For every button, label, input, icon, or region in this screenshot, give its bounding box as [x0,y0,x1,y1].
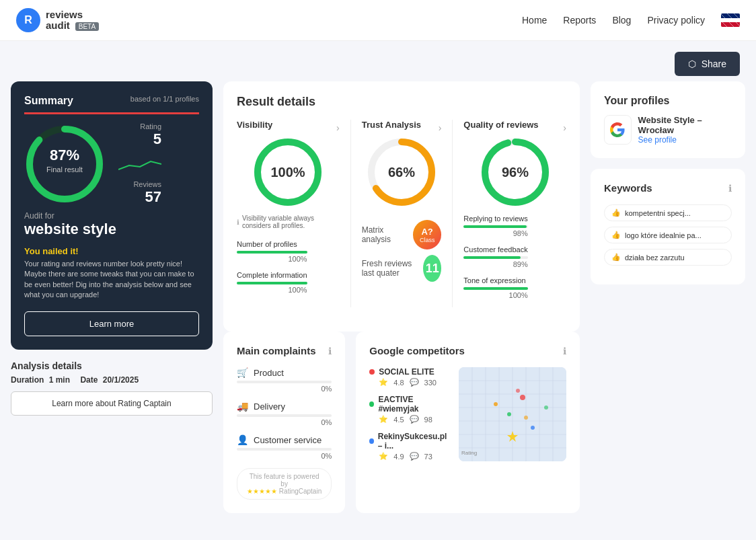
comment-icon-3: 💬 [410,452,419,461]
tone-pct: 100% [463,291,527,299]
matrix-class-label: Class [420,237,435,243]
matrix-class: A? [421,227,432,237]
competitors-info-icon[interactable]: ℹ [563,346,566,356]
share-label: Share [702,59,726,69]
keyword-1-text: kompetentni specj... [625,209,691,217]
analysis-meta: Duration 1 min Date 20/1/2025 [11,375,213,385]
matrix-badge: A? Class [413,220,441,249]
learn-more-button[interactable]: Learn more [24,311,199,336]
competitor-1-dot [369,369,375,375]
complaints-title-row: Main complaints ℹ [237,345,332,356]
rating-label: Rating [140,122,161,130]
profiles-card: Your profiles Website Style – Wrocław Se… [591,81,745,158]
comment-icon-1: 💬 [410,378,419,387]
trust-label: Trust Analysis [362,120,421,130]
competitor-1-reviews: 330 [424,379,437,387]
logo-text: reviews audit BETA [46,9,99,32]
main-layout: Summary based on 1/1 profiles 87% Final … [0,81,756,524]
keyword-1: 👍 kompetentni specj... [604,204,732,221]
profile-name: Website Style – Wrocław [638,115,732,135]
powered-by-box: This feature is powered by ★★★★★ RatingC… [237,468,332,500]
fresh-num-badge: 11 [423,255,441,282]
info-pct: 100% [237,286,307,294]
brand-name: reviews audit BETA [46,9,99,32]
nailed-text: Your rating and reviews number look pret… [24,259,199,301]
competitor-2-dot [369,401,374,407]
competitor-1: SOCIAL ELITE ⭐ 4.8 💬 330 [369,367,448,387]
duration-label: Duration [11,375,44,385]
trend-chart [118,156,161,172]
star-icon-2: ⭐ [379,415,388,424]
delivery-pct: 0% [237,418,332,426]
competitor-3: RekinySukcesu.pl – i... ⭐ 4.9 💬 73 [369,432,448,461]
profiles-scroll: Website Style – Wrocław See profile [604,115,732,145]
stars: ★★★★★ [247,488,277,495]
rating-box: Rating 5 [140,122,161,148]
reviews-text: reviews [46,9,83,20]
complaints-info-icon[interactable]: ℹ [328,346,332,356]
keywords-title: Keywords [604,182,652,194]
svg-text:Rating: Rating [461,450,477,456]
rating-value: 5 [140,130,161,148]
logo: R reviews audit BETA [16,8,99,32]
audit-name: website style [24,221,199,238]
profiles-label: Number of profiles [237,240,307,248]
keywords-title-row: Keywords ℹ [604,182,732,194]
language-flag[interactable] [721,13,740,27]
feedback-metric: Customer feedback 89% [463,245,527,268]
product-pct: 0% [237,385,332,393]
keyword-2: 👍 logo które idealnie pa... [604,227,732,243]
keywords-info-icon[interactable]: ℹ [728,183,732,194]
svg-text:87%: 87% [50,147,79,163]
bottom-center-row: Main complaints ℹ 🛒 Product 0% � [223,332,580,513]
competitor-3-rating: 4.9 [393,453,404,461]
see-profile-link[interactable]: See profile [638,135,732,145]
comment-icon-2: 💬 [410,415,419,424]
delivery-complaint: 🚚 Delivery 0% [237,401,332,426]
trust-sub: Matrix analysis A? Class Fresh reviews l… [362,220,442,282]
profile-info: Website Style – Wrocław See profile [638,115,732,145]
final-score-circle: 87% Final result [24,124,105,204]
competitor-1-rating: 4.8 [393,379,404,387]
info-metric: Complete information 100% [237,271,307,294]
replying-pct: 98% [463,229,527,237]
rating-divider [24,112,199,114]
duration-value: 1 min [49,375,70,385]
metrics-row: Visibility › 100% ℹ Visibility variable … [237,120,566,307]
header: R reviews audit BETA Home Reports Blog P… [0,0,756,41]
replying-metric: Replying to reviews 98% [463,215,527,237]
trust-chevron[interactable]: › [439,122,442,133]
replying-label: Replying to reviews [463,215,527,223]
reviews-value: 57 [133,188,161,206]
powered-name: RatingCaptain [279,488,322,495]
right-column: Your profiles Website Style – Wrocław Se… [591,81,745,513]
nav-blog[interactable]: Blog [612,15,631,26]
quality-chevron[interactable]: › [563,122,566,133]
result-card: Result details Visibility › 100% [223,81,580,332]
svg-text:66%: 66% [388,165,415,180]
date-value: 20/1/2025 [103,375,139,385]
date-label: Date [80,375,98,385]
quality-donut: 96% [463,135,566,209]
matrix-label: Matrix analysis [362,225,413,244]
keywords-list: 👍 kompetentni specj... 👍 logo które idea… [604,204,732,266]
main-nav: Home Reports Blog Privacy policy [522,13,740,27]
share-icon: ⬡ [688,59,696,69]
svg-text:96%: 96% [502,165,529,180]
visibility-chevron[interactable]: › [336,122,340,133]
svg-point-32 [516,389,520,393]
result-title: Result details [237,95,566,109]
nav-reports[interactable]: Reports [563,15,596,26]
learn-rating-button[interactable]: Learn more about Rating Captain [11,391,213,416]
svg-point-29 [507,412,511,416]
nav-home[interactable]: Home [522,15,547,26]
share-button[interactable]: ⬡ Share [675,52,740,76]
competitors-card: Google competitors ℹ SOCIAL ELITE ⭐ 4. [356,332,580,513]
rating-reviews-col: Rating 5 Reviews 57 [118,122,161,206]
score-row: 87% Final result Rating 5 Reviews 57 [24,122,199,206]
nav-privacy[interactable]: Privacy policy [647,15,705,26]
left-column: Summary based on 1/1 profiles 87% Final … [11,81,213,513]
share-area: ⬡ Share [0,41,756,81]
complaints-card: Main complaints ℹ 🛒 Product 0% � [223,332,345,513]
visibility-metric: Visibility › 100% ℹ Visibility variable … [237,120,340,307]
